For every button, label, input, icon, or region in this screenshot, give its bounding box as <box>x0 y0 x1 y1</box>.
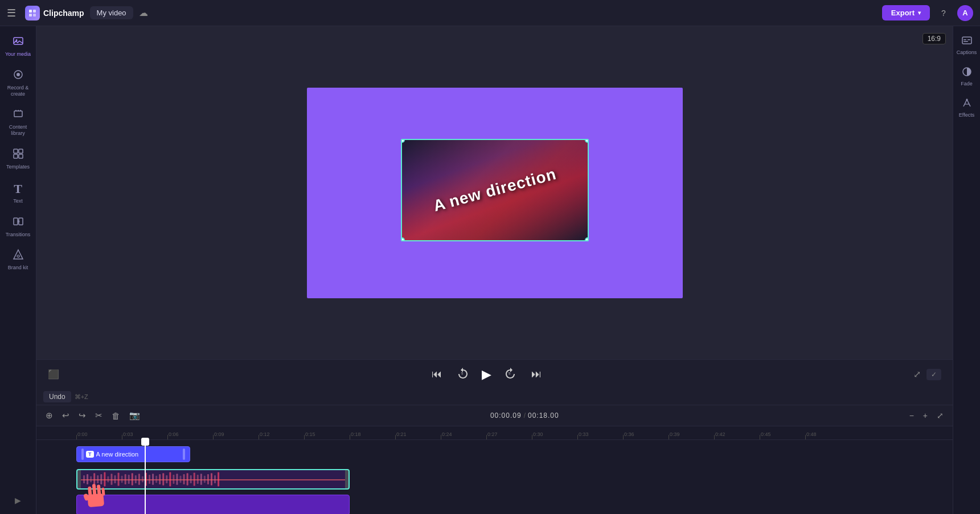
handle-bottom-left[interactable] <box>401 237 405 241</box>
rewind-5s-button[interactable]: 5 <box>454 364 471 384</box>
captions-panel-label: Captions <box>957 50 977 55</box>
clip-right-handle[interactable] <box>183 449 185 460</box>
topbar-right: Export ▾ ? A <box>882 5 973 21</box>
svg-rect-13 <box>14 218 18 225</box>
play-button[interactable]: ▶ <box>482 367 491 382</box>
fade-panel-label: Fade <box>961 81 973 87</box>
svg-rect-33 <box>128 475 130 484</box>
svg-rect-11 <box>14 154 18 158</box>
video-clip[interactable] <box>76 469 350 490</box>
playback-right: ⤢ ✓ <box>913 369 941 380</box>
svg-rect-2 <box>29 14 32 17</box>
skip-to-start-button[interactable]: ⏮ <box>429 366 444 383</box>
delete-button[interactable]: 🗑 <box>108 409 124 422</box>
video-right-handle[interactable] <box>345 470 348 488</box>
video-waveform <box>81 470 345 488</box>
logo-icon <box>25 6 40 20</box>
svg-rect-20 <box>83 475 85 483</box>
svg-rect-19 <box>81 470 345 488</box>
center-area: A new direction ⟳ 16:9 ⬛ ⏮ 5 ▶ <box>36 26 953 514</box>
svg-rect-39 <box>149 475 150 484</box>
zoom-in-button[interactable]: + <box>920 410 931 421</box>
ruler-tick-11: 0:33 <box>577 426 623 439</box>
right-panel-item-effects[interactable]: Effects <box>954 93 979 122</box>
export-chevron: ▾ <box>918 10 921 16</box>
zoom-out-button[interactable]: − <box>906 410 917 421</box>
svg-rect-59 <box>218 472 219 487</box>
sidebar-item-brand-kit[interactable]: Brand kit <box>2 244 34 275</box>
video-title[interactable]: My video <box>90 6 133 19</box>
text-clip[interactable]: T A new direction <box>76 446 190 462</box>
magnet-tool-button[interactable]: ⊕ <box>42 409 56 422</box>
skip-to-end-button[interactable]: ⏭ <box>529 366 544 383</box>
ruler-tick-4: 0:12 <box>259 426 304 439</box>
hamburger-menu[interactable]: ☰ <box>7 7 16 19</box>
tracks-area: T A new direction <box>36 440 953 514</box>
text-icon: T <box>14 182 22 196</box>
right-panel-item-captions[interactable]: Captions <box>954 31 979 60</box>
svg-rect-43 <box>162 473 164 485</box>
aspect-ratio-badge: 16:9 <box>922 33 946 44</box>
preview-canvas[interactable]: A new direction ⟳ <box>307 88 683 298</box>
svg-rect-1 <box>33 10 36 13</box>
media-icon <box>13 35 24 50</box>
ruler-tick-10: 0:30 <box>532 426 577 439</box>
app-name: Clipchamp <box>43 9 84 18</box>
preview-area: A new direction ⟳ 16:9 <box>36 26 953 359</box>
handle-bottom-right[interactable] <box>585 237 589 241</box>
svg-rect-57 <box>211 473 212 485</box>
svg-point-16 <box>17 255 19 257</box>
fullscreen-icon[interactable]: ⤢ <box>913 369 921 380</box>
svg-rect-36 <box>138 474 140 485</box>
timeline-time-separator: / <box>524 412 526 420</box>
svg-rect-47 <box>176 474 178 485</box>
right-panel-item-fade[interactable]: Fade <box>954 62 979 91</box>
sidebar-item-your-media[interactable]: Your media <box>2 31 34 62</box>
sidebar-item-text[interactable]: T Text <box>2 177 34 209</box>
svg-text:5: 5 <box>509 372 511 375</box>
ruler-tick-9: 0:27 <box>486 426 532 439</box>
svg-rect-3 <box>33 14 36 17</box>
export-button[interactable]: Export ▾ <box>882 5 930 20</box>
brand-icon <box>13 249 24 263</box>
svg-rect-30 <box>118 472 120 486</box>
sidebar-item-templates[interactable]: Templates <box>2 143 34 175</box>
screenshot-icon[interactable]: ⬛ <box>48 369 59 380</box>
library-icon <box>13 108 24 122</box>
svg-rect-34 <box>132 473 133 485</box>
sidebar-item-record[interactable]: Record & create <box>2 64 34 102</box>
playback-center: ⏮ 5 ▶ 5 ⏭ <box>429 364 544 384</box>
ruler-tick-14: 0:42 <box>714 426 760 439</box>
help-button[interactable]: ? <box>936 5 952 21</box>
cut-button[interactable]: ✂ <box>92 409 106 422</box>
user-avatar[interactable]: A <box>957 5 973 21</box>
undo-button[interactable]: Undo <box>43 391 71 402</box>
forward-5s-button[interactable]: 5 <box>502 364 519 384</box>
audio-clip[interactable] <box>76 495 350 514</box>
clip-left-handle[interactable] <box>81 449 84 460</box>
sidebar-collapse-button[interactable]: ▶ <box>10 491 26 509</box>
svg-rect-44 <box>166 475 167 483</box>
sidebar-item-transitions[interactable]: Transitions <box>2 211 34 242</box>
svg-rect-48 <box>179 476 181 483</box>
svg-rect-25 <box>100 474 102 484</box>
fit-to-window-button[interactable]: ⤢ <box>933 410 947 421</box>
svg-rect-0 <box>29 10 32 13</box>
timeline-redo-button[interactable]: ↪ <box>75 409 89 422</box>
timeline-scroll[interactable]: 0:00 0:03 0:06 0:09 0:12 0:15 0:18 0:21 … <box>36 426 953 514</box>
ruler-tick-8: 0:24 <box>441 426 486 439</box>
svg-rect-26 <box>104 472 105 487</box>
svg-rect-49 <box>183 474 185 484</box>
handle-top-right[interactable] <box>585 139 589 143</box>
handle-top-left[interactable] <box>401 139 405 143</box>
svg-rect-58 <box>214 475 216 483</box>
svg-rect-42 <box>159 474 161 484</box>
effects-panel-icon <box>962 98 972 110</box>
effects-panel-label: Effects <box>959 112 974 118</box>
timeline-undo-button[interactable]: ↩ <box>59 409 73 422</box>
sidebar-item-content-library[interactable]: Content library <box>2 104 34 141</box>
capture-button[interactable]: 📷 <box>126 409 143 422</box>
playback-left: ⬛ <box>48 369 59 380</box>
text-clip-label: A new direction <box>96 451 181 458</box>
svg-marker-15 <box>14 250 23 259</box>
